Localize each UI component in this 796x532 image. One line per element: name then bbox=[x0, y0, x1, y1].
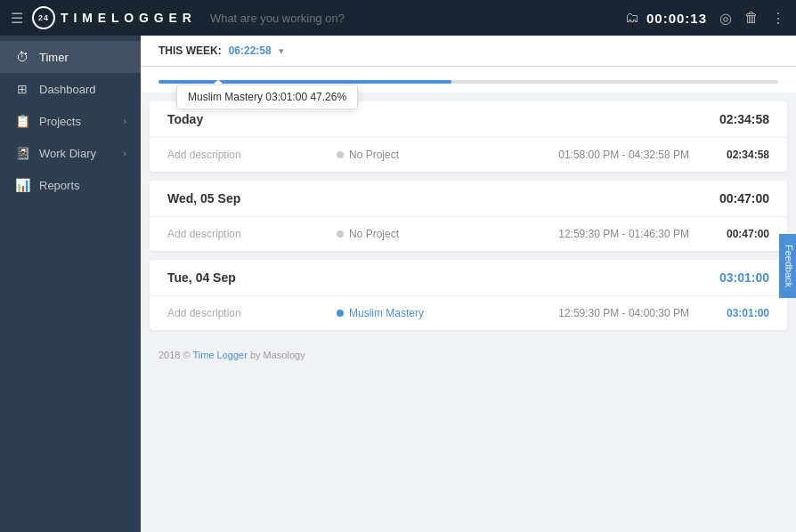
timer-display: 🗂 00:00:13 bbox=[625, 10, 707, 26]
day-total: 03:01:00 bbox=[719, 270, 769, 285]
day-header-wed: Wed, 05 Sep 00:47:00 bbox=[150, 181, 787, 217]
project-name: No Project bbox=[349, 228, 399, 240]
menu-icon[interactable]: ☰ bbox=[11, 10, 23, 27]
day-section-wed: Wed, 05 Sep 00:47:00 Add description No … bbox=[150, 181, 787, 251]
entry-duration: 03:01:00 bbox=[698, 307, 769, 319]
progress-bar-container bbox=[158, 80, 778, 84]
footer-text: 2018 © Time Logger by Masology bbox=[158, 350, 305, 360]
layout: ⏱ Timer ⊞ Dashboard 📋 Projects › 📓 Work … bbox=[0, 36, 796, 532]
more-options-icon[interactable]: ⋮ bbox=[771, 10, 785, 27]
progress-bar-fill bbox=[158, 80, 451, 84]
day-title: Wed, 05 Sep bbox=[167, 191, 240, 206]
day-section-today: Today 02:34:58 Add description No Projec… bbox=[150, 101, 787, 172]
chevron-right-icon: › bbox=[123, 148, 126, 158]
project-name: Muslim Mastery bbox=[349, 307, 424, 319]
day-title: Tue, 04 Sep bbox=[167, 270, 236, 285]
trash-icon[interactable]: 🗑 bbox=[744, 10, 759, 26]
project-name: No Project bbox=[349, 149, 399, 161]
sidebar: ⏱ Timer ⊞ Dashboard 📋 Projects › 📓 Work … bbox=[0, 36, 141, 532]
day-title: Today bbox=[167, 112, 203, 126]
tooltip-popup: Muslim Mastery 03:01:00 47.26% bbox=[176, 85, 358, 109]
sidebar-item-label: Reports bbox=[39, 179, 80, 192]
entry-description[interactable]: Add description bbox=[167, 307, 328, 319]
sidebar-item-reports[interactable]: 📊 Reports bbox=[0, 169, 141, 201]
project-dot bbox=[337, 151, 344, 158]
timer-value: 00:00:13 bbox=[646, 11, 707, 26]
sidebar-item-label: Work Diary bbox=[39, 147, 96, 160]
projects-icon: 📋 bbox=[14, 114, 30, 128]
sidebar-item-label: Projects bbox=[39, 115, 81, 128]
sidebar-item-projects[interactable]: 📋 Projects › bbox=[0, 105, 141, 137]
table-row: Add description Muslim Mastery 12:59:30 … bbox=[150, 296, 787, 330]
project-dot-blue bbox=[337, 310, 344, 317]
logo-circle: 24 bbox=[32, 6, 55, 29]
logo-abbr: 24 bbox=[38, 13, 49, 22]
logo: 24 T I M E L O G G E R bbox=[32, 6, 192, 29]
project-dot bbox=[337, 230, 344, 238]
table-row: Add description No Project 01:58:00 PM -… bbox=[150, 138, 787, 172]
entry-duration: 00:47:00 bbox=[698, 228, 769, 240]
sidebar-item-dashboard[interactable]: ⊞ Dashboard bbox=[0, 73, 141, 105]
week-dropdown-icon[interactable]: ▾ bbox=[279, 45, 284, 57]
sidebar-item-work-diary[interactable]: 📓 Work Diary › bbox=[0, 137, 141, 169]
week-header: THIS WEEK: 06:22:58 ▾ bbox=[141, 36, 796, 67]
table-row: Add description No Project 12:59:30 PM -… bbox=[150, 217, 787, 251]
feedback-label: Feedback bbox=[784, 245, 794, 287]
topbar: ☰ 24 T I M E L O G G E R 🗂 00:00:13 ◎ 🗑 … bbox=[0, 0, 796, 36]
main-content: THIS WEEK: 06:22:58 ▾ Muslim Mastery 03:… bbox=[141, 36, 796, 532]
logo-text: T I M E L O G G E R bbox=[61, 11, 192, 25]
search-input[interactable] bbox=[210, 12, 616, 25]
footer-link[interactable]: Time Logger bbox=[193, 350, 248, 360]
entry-duration: 02:34:58 bbox=[698, 149, 769, 161]
sidebar-item-timer[interactable]: ⏱ Timer bbox=[0, 41, 141, 73]
entry-time-range: 12:59:30 PM - 04:00:30 PM bbox=[511, 307, 689, 319]
entry-project: No Project bbox=[337, 228, 502, 240]
timer-icon: ⏱ bbox=[14, 50, 30, 64]
day-total: 00:47:00 bbox=[719, 191, 769, 206]
week-time: 06:22:58 bbox=[229, 44, 272, 57]
sidebar-item-label: Dashboard bbox=[39, 83, 96, 96]
progress-area: Muslim Mastery 03:01:00 47.26% bbox=[141, 67, 796, 93]
entry-time-range: 01:58:00 PM - 04:32:58 PM bbox=[511, 149, 689, 161]
entry-description[interactable]: Add description bbox=[167, 149, 328, 161]
entry-description[interactable]: Add description bbox=[167, 228, 328, 240]
feedback-tab[interactable]: Feedback bbox=[779, 234, 796, 298]
day-total: 02:34:58 bbox=[719, 112, 769, 126]
topbar-right: 🗂 00:00:13 ◎ 🗑 ⋮ bbox=[625, 10, 785, 27]
day-section-tue: Tue, 04 Sep 03:01:00 Add description Mus… bbox=[150, 260, 787, 330]
entry-project: Muslim Mastery bbox=[337, 307, 502, 319]
entry-time-range: 12:59:30 PM - 01:46:30 PM bbox=[511, 228, 689, 240]
chevron-right-icon: › bbox=[123, 116, 126, 126]
tooltip-text: Muslim Mastery 03:01:00 47.26% bbox=[188, 91, 346, 103]
folder-icon[interactable]: 🗂 bbox=[625, 10, 639, 26]
work-diary-icon: 📓 bbox=[14, 146, 30, 160]
day-header-tue: Tue, 04 Sep 03:01:00 bbox=[150, 260, 787, 296]
reports-icon: 📊 bbox=[14, 178, 30, 192]
bell-icon[interactable]: ◎ bbox=[719, 10, 732, 27]
sidebar-item-label: Timer bbox=[39, 51, 69, 64]
dashboard-icon: ⊞ bbox=[14, 82, 30, 96]
entry-project: No Project bbox=[337, 149, 502, 161]
footer: 2018 © Time Logger by Masology bbox=[141, 339, 796, 371]
week-label: THIS WEEK: bbox=[158, 44, 222, 57]
